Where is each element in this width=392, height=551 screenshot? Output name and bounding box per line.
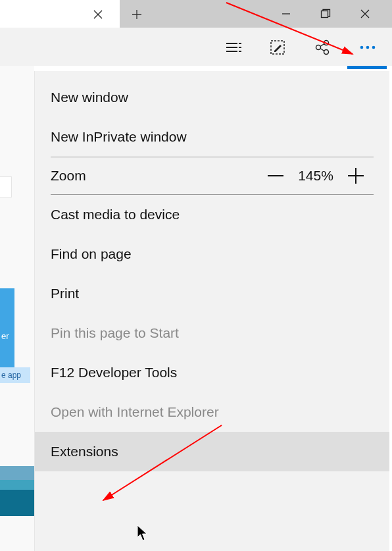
window-close-button[interactable] (346, 0, 384, 28)
menu-item-open-ie: Open with Internet Explorer (35, 392, 389, 432)
menu-item-new-inprivate[interactable]: New InPrivate window (35, 117, 389, 157)
tab-close-button[interactable] (89, 5, 107, 24)
title-bar (0, 0, 392, 28)
page-photo-fragment (0, 466, 34, 516)
more-button-indicator (347, 66, 387, 69)
menu-item-cast[interactable]: Cast media to device (35, 195, 389, 234)
svg-point-6 (366, 46, 370, 49)
share-icon[interactable] (306, 33, 338, 62)
svg-point-5 (360, 46, 364, 49)
menu-item-extensions[interactable]: Extensions (35, 432, 389, 471)
window-minimize-button[interactable] (267, 0, 305, 28)
toolbar (0, 28, 392, 66)
zoom-out-button[interactable] (258, 172, 293, 179)
web-note-icon[interactable] (262, 33, 293, 62)
window-maximize-button[interactable] (306, 0, 345, 28)
zoom-label: Zoom (51, 168, 258, 184)
menu-item-devtools[interactable]: F12 Developer Tools (35, 353, 389, 392)
tile-text: er (1, 331, 14, 341)
zoom-in-button[interactable] (338, 167, 374, 185)
new-tab-button[interactable] (126, 5, 147, 24)
svg-point-2 (316, 45, 321, 50)
menu-item-pin-to-start: Pin this page to Start (35, 313, 389, 353)
svg-point-3 (324, 41, 329, 45)
page-content-sliver: er e app (0, 66, 34, 551)
svg-point-7 (372, 46, 376, 49)
menu-item-print[interactable]: Print (35, 274, 389, 313)
page-tile-fragment: er (0, 288, 14, 367)
menu-zoom-row: Zoom 145% (35, 157, 389, 194)
more-button[interactable] (350, 33, 385, 62)
tab-strip (0, 0, 120, 28)
page-card-fragment (0, 176, 12, 197)
zoom-value: 145% (293, 168, 338, 184)
menu-item-find[interactable]: Find on page (35, 234, 389, 274)
reading-view-icon[interactable] (218, 33, 250, 62)
more-menu: New window New InPrivate window Zoom 145… (34, 71, 389, 551)
svg-rect-0 (322, 11, 328, 18)
page-tile-fragment-2: e app (0, 367, 30, 383)
svg-point-4 (324, 50, 329, 55)
menu-item-new-window[interactable]: New window (35, 78, 389, 117)
tile-text: e app (1, 371, 21, 380)
